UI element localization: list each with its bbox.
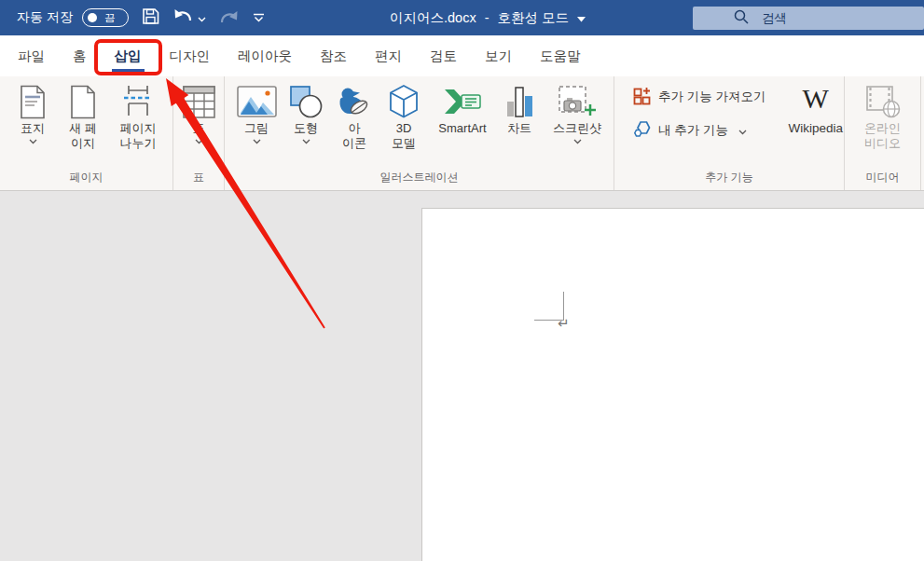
tab-help-label: 도움말 xyxy=(540,48,581,65)
tab-insert[interactable]: 삽입 xyxy=(101,35,156,76)
ribbon-group-illustrations: 그림 도형 아 이콘 3D xyxy=(225,76,614,190)
autosave-toggle[interactable]: 끔 xyxy=(82,8,129,27)
cover-page-button[interactable]: 표지 xyxy=(7,76,58,167)
duck-icon xyxy=(337,82,372,121)
tab-mailings-label: 편지 xyxy=(375,48,402,65)
my-addins-label: 내 추가 기능 xyxy=(658,122,728,139)
tab-view[interactable]: 보기 xyxy=(471,35,526,76)
title-separator: - xyxy=(485,10,490,25)
table-button[interactable]: 표 xyxy=(175,76,222,167)
shapes-button[interactable]: 도형 xyxy=(284,76,327,167)
document-workspace: ↵ xyxy=(0,191,924,561)
icons-label-line2: 이콘 xyxy=(342,136,366,151)
3d-cube-icon xyxy=(388,82,420,121)
group-label-media: 미디어 xyxy=(845,167,920,190)
document-title: 이지어스.docx xyxy=(390,9,476,27)
3d-models-label-line1: 3D xyxy=(396,121,412,136)
group-label-table: 표 xyxy=(173,167,224,190)
icons-button[interactable]: 아 이콘 xyxy=(333,76,376,167)
tab-help[interactable]: 도움말 xyxy=(526,35,595,76)
get-addins-icon xyxy=(633,87,652,108)
autosave-label: 자동 저장 xyxy=(17,9,73,26)
screenshot-icon xyxy=(558,82,597,121)
icons-label-line1: 아 xyxy=(349,121,361,136)
chart-button[interactable]: 차트 xyxy=(499,76,540,167)
search-input[interactable]: 검색 xyxy=(693,7,924,30)
shapes-label: 도형 xyxy=(294,121,318,136)
group-label-addins: 추가 기능 xyxy=(614,167,844,190)
tab-design-label: 디자인 xyxy=(170,48,211,65)
ribbon: 표지 새 페 이지 페이지 나누기 페이지 xyxy=(0,76,924,191)
pictures-icon xyxy=(237,82,277,121)
tab-review[interactable]: 검토 xyxy=(416,35,471,76)
document-page[interactable]: ↵ xyxy=(421,208,924,561)
table-label: 표 xyxy=(193,121,205,136)
screenshot-label: 스크린샷 xyxy=(553,121,601,136)
redo-icon xyxy=(219,9,240,26)
title-dropdown-caret-icon[interactable] xyxy=(577,10,586,25)
tab-home[interactable]: 홈 xyxy=(59,35,101,76)
wikipedia-label: Wikipedia xyxy=(789,121,844,136)
page-break-label-line2: 나누기 xyxy=(120,136,157,151)
autosave-toggle-dot xyxy=(88,13,97,22)
window-title: 이지어스.docx - 호환성 모드 xyxy=(390,0,586,35)
online-video-button: 온라인 비디오 xyxy=(850,76,916,167)
addins-button-column: 추가 기능 가져오기 내 추가 기능 xyxy=(616,76,776,167)
wikipedia-w-icon: W xyxy=(803,80,829,117)
cover-page-label: 표지 xyxy=(21,121,45,136)
shapes-icon xyxy=(290,82,323,121)
active-tab-underline xyxy=(112,69,145,73)
tab-insert-label: 삽입 xyxy=(115,48,142,65)
tab-review-label: 검토 xyxy=(430,48,457,65)
pictures-chevron-icon xyxy=(253,139,261,144)
ribbon-group-table: 표 표 xyxy=(173,76,225,190)
paragraph-mark: ↵ xyxy=(558,315,570,332)
pictures-button[interactable]: 그림 xyxy=(234,76,279,167)
save-icon xyxy=(142,7,159,29)
smartart-label: SmartArt xyxy=(438,121,486,136)
title-bar: 자동 저장 끔 이지어 xyxy=(0,0,924,35)
undo-icon xyxy=(172,7,193,28)
my-addins-icon xyxy=(633,120,652,141)
cover-page-chevron-icon xyxy=(29,139,37,144)
undo-button[interactable] xyxy=(172,7,206,28)
shapes-chevron-icon xyxy=(302,139,310,144)
chart-icon xyxy=(505,82,534,121)
page-break-icon xyxy=(123,82,153,121)
screenshot-chevron-icon xyxy=(573,139,582,144)
online-video-icon xyxy=(865,82,901,121)
smartart-button[interactable]: SmartArt xyxy=(432,76,493,167)
pictures-label: 그림 xyxy=(244,121,269,136)
blank-page-icon xyxy=(69,82,97,121)
3d-models-button[interactable]: 3D 모델 xyxy=(381,76,426,167)
ribbon-group-media: 온라인 비디오 미디어 xyxy=(845,76,921,190)
get-addins-label: 추가 기능 가져오기 xyxy=(658,89,766,105)
tab-layout-label: 레이아웃 xyxy=(238,48,292,65)
tab-design[interactable]: 디자인 xyxy=(156,35,225,76)
get-addins-button[interactable]: 추가 기능 가져오기 xyxy=(627,84,772,110)
compatibility-mode-label: 호환성 모드 xyxy=(498,9,570,27)
customize-quick-access-icon xyxy=(253,9,265,26)
group-label-illustrations: 일러스트레이션 xyxy=(225,167,614,190)
ribbon-tab-row: 파일 홈 삽입 디자인 레이아웃 참조 편지 검토 보기 도움말 xyxy=(0,35,924,76)
customize-quick-access-button[interactable] xyxy=(253,9,265,26)
autosave-toggle-state: 끔 xyxy=(104,11,116,25)
table-chevron-icon xyxy=(195,139,203,144)
page-break-button[interactable]: 페이지 나누기 xyxy=(108,76,168,167)
my-addins-button[interactable]: 내 추가 기능 xyxy=(627,117,772,144)
table-icon xyxy=(183,82,215,121)
tab-mailings[interactable]: 편지 xyxy=(361,35,416,76)
3d-models-label-line2: 모델 xyxy=(392,136,416,151)
tab-references-label: 참조 xyxy=(320,48,347,65)
search-placeholder: 검색 xyxy=(762,10,787,27)
screenshot-button[interactable]: 스크린샷 xyxy=(545,76,609,167)
undo-dropdown-chevron-icon[interactable] xyxy=(198,9,206,26)
save-button[interactable] xyxy=(142,7,159,29)
new-page-button[interactable]: 새 페 이지 xyxy=(58,76,108,167)
tab-layout[interactable]: 레이아웃 xyxy=(224,35,306,76)
smartart-icon xyxy=(443,82,482,121)
tab-file[interactable]: 파일 xyxy=(4,35,59,76)
tab-file-label: 파일 xyxy=(18,48,45,65)
redo-button xyxy=(219,9,240,26)
tab-references[interactable]: 참조 xyxy=(306,35,361,76)
